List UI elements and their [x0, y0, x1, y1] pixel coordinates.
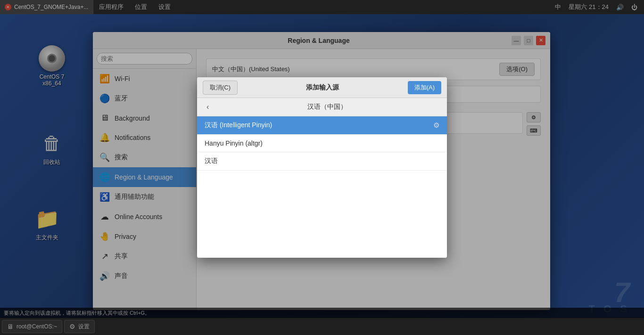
- dialog-item-label-0: 汉语 (Intelligent Pinyin): [205, 121, 272, 130]
- dialog-title: 添加输入源: [238, 83, 408, 92]
- dialog-item-label-1: Hanyu Pinyin (altgr): [205, 139, 263, 147]
- dialog-titlebar: 取消(C) 添加输入源 添加(A): [197, 77, 447, 98]
- dialog-list: 汉语 (Intelligent Pinyin) ⚙ Hanyu Pinyin (…: [197, 116, 447, 258]
- dialog-list-item-2[interactable]: 汉语: [197, 152, 447, 171]
- dialog-nav-back[interactable]: ‹: [203, 102, 213, 112]
- dialog-item-label-2: 汉语: [205, 157, 218, 165]
- dialog-item-gear-0: ⚙: [433, 121, 439, 130]
- dialog-nav-row: ‹ 汉语（中国）: [197, 98, 447, 116]
- dialog-list-item-0[interactable]: 汉语 (Intelligent Pinyin) ⚙: [197, 116, 447, 135]
- dialog-cancel-btn[interactable]: 取消(C): [203, 81, 238, 95]
- dialog-overlay: 取消(C) 添加输入源 添加(A) ‹ 汉语（中国） 汉语 (Intellige…: [0, 0, 644, 335]
- dialog-list-item-1[interactable]: Hanyu Pinyin (altgr): [197, 135, 447, 152]
- dialog-add-btn[interactable]: 添加(A): [408, 81, 441, 94]
- add-input-dialog: 取消(C) 添加输入源 添加(A) ‹ 汉语（中国） 汉语 (Intellige…: [197, 77, 447, 258]
- dialog-nav-title: 汉语（中国）: [213, 103, 441, 111]
